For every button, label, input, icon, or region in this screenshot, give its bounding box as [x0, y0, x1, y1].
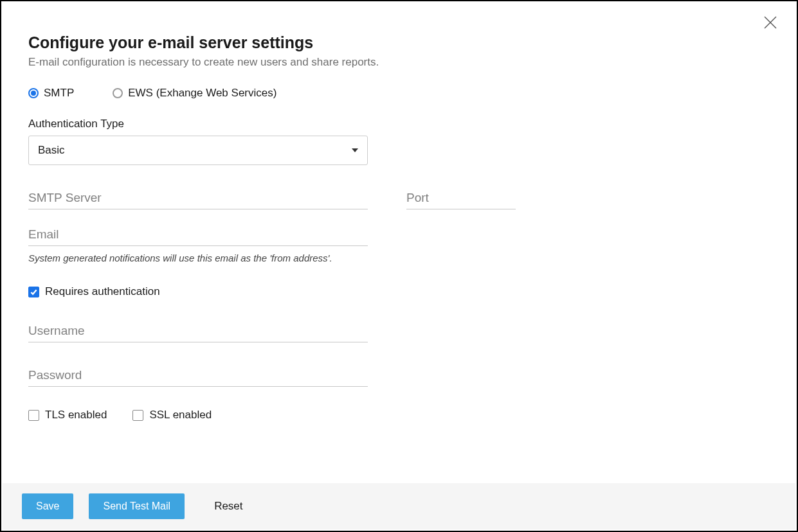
port-field-wrap: [406, 191, 516, 209]
smtp-server-input[interactable]: [28, 191, 368, 205]
password-field-wrap: [28, 368, 368, 387]
tls-checkbox[interactable]: TLS enabled: [28, 409, 107, 421]
send-test-mail-button[interactable]: Send Test Mail: [89, 493, 185, 519]
checkbox-icon: [132, 410, 143, 421]
email-input[interactable]: [28, 227, 368, 242]
radio-icon: [28, 88, 39, 98]
close-icon: [763, 15, 777, 30]
auth-type-value: Basic: [38, 144, 65, 157]
reset-button[interactable]: Reset: [200, 493, 257, 519]
checkbox-icon: [28, 287, 39, 297]
checkbox-icon: [28, 410, 39, 421]
tls-label: TLS enabled: [45, 409, 107, 421]
auth-type-label: Authentication Type: [28, 118, 770, 130]
radio-ews[interactable]: EWS (Exhange Web Services): [113, 87, 277, 100]
footer-bar: Save Send Test Mail Reset: [3, 483, 795, 529]
auth-type-select[interactable]: Basic: [28, 136, 368, 165]
radio-smtp-label: SMTP: [44, 87, 74, 100]
page-subtitle: E-mail configuration is necessary to cre…: [28, 56, 770, 69]
radio-smtp[interactable]: SMTP: [28, 87, 74, 100]
smtp-server-field-wrap: [28, 191, 368, 209]
radio-icon: [113, 88, 123, 98]
radio-ews-label: EWS (Exhange Web Services): [128, 87, 277, 100]
username-field-wrap: [28, 324, 368, 342]
port-input[interactable]: [406, 191, 516, 205]
ssl-label: SSL enabled: [149, 409, 212, 421]
ssl-checkbox[interactable]: SSL enabled: [132, 409, 212, 421]
close-button[interactable]: [763, 15, 777, 32]
protocol-radio-group: SMTP EWS (Exhange Web Services): [28, 87, 770, 100]
requires-auth-checkbox[interactable]: Requires authentication: [28, 285, 770, 298]
page-title: Configure your e-mail server settings: [28, 33, 770, 52]
password-input[interactable]: [28, 368, 368, 382]
email-field-wrap: [28, 227, 368, 246]
email-help-text: System generated notifications will use …: [28, 253, 770, 263]
username-input[interactable]: [28, 324, 368, 338]
save-button[interactable]: Save: [22, 493, 73, 519]
requires-auth-label: Requires authentication: [45, 285, 160, 298]
chevron-down-icon: [352, 148, 358, 152]
